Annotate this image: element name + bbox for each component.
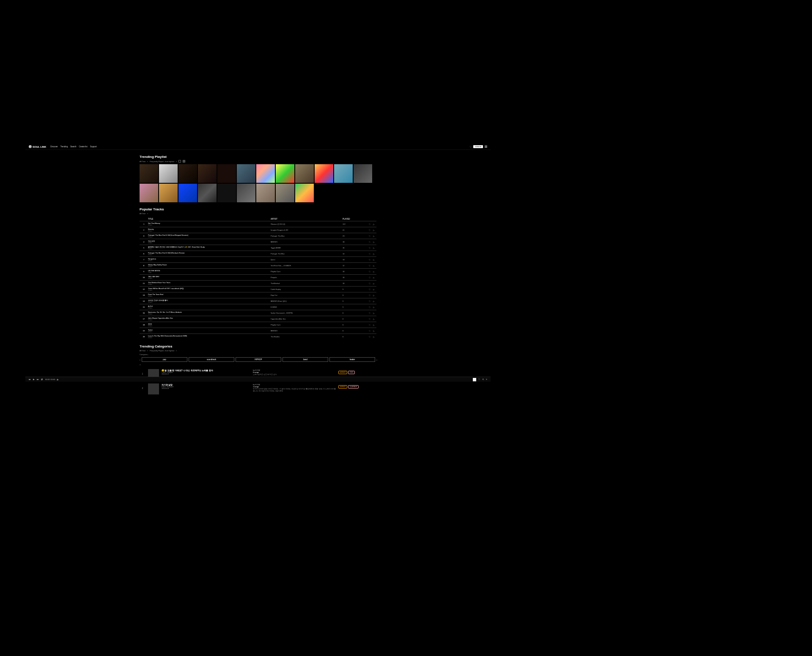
filter-frequency[interactable]: Frequently Played - from highest	[150, 160, 174, 163]
player-repeat-icon[interactable]: ⟲	[482, 378, 484, 380]
play-icon[interactable]: ▷	[373, 312, 375, 314]
cat-prev-icon[interactable]: ‹	[140, 358, 140, 361]
view-grid-icon[interactable]	[178, 160, 181, 163]
filter-all-time[interactable]: All Time	[140, 160, 145, 163]
play-icon[interactable]: ▷	[373, 306, 375, 309]
play-icon[interactable]: ▷	[373, 318, 375, 320]
table-row[interactable]: 4박소유명0 likesMEENOI18♡▷	[140, 239, 376, 245]
heart-icon[interactable]: ♡	[369, 265, 370, 267]
play-icon[interactable]: ▷	[373, 300, 375, 303]
play-icon[interactable]: ▷	[373, 276, 375, 279]
category-pill[interactable]: pop	[142, 357, 187, 362]
play-icon[interactable]: ▷	[373, 223, 375, 226]
playlist-tile[interactable]	[295, 164, 314, 183]
category-pill[interactable]: band	[283, 357, 328, 362]
filter-all-time-tracks[interactable]: All Time	[140, 212, 145, 215]
heart-icon[interactable]: ♡	[369, 318, 370, 320]
playlist-tile[interactable]	[198, 164, 217, 183]
heart-icon[interactable]: ♡	[369, 282, 370, 285]
play-icon[interactable]: ▷	[373, 336, 375, 338]
play-icon[interactable]: ▷	[373, 330, 375, 332]
playlist-tile[interactable]	[178, 184, 197, 202]
playlist-tile[interactable]	[198, 184, 217, 202]
heart-icon[interactable]: ♡	[369, 312, 370, 314]
player-prev-icon[interactable]: ⏮	[29, 378, 31, 380]
view-list-icon[interactable]	[183, 160, 185, 163]
play-icon[interactable]: ▷	[373, 282, 375, 285]
playlist-tile[interactable]	[140, 164, 158, 183]
table-row[interactable]: 11The Weeknd Save Your Tears0 likesTheWe…	[140, 280, 376, 286]
play-icon[interactable]: ▷	[373, 259, 375, 261]
playlist-tile[interactable]	[159, 184, 178, 202]
filter-all-time-cat[interactable]: All Time	[140, 350, 145, 352]
tag[interactable]: HIPHOP	[338, 371, 347, 374]
playlist-tile[interactable]	[217, 184, 236, 202]
table-row[interactable]: 7Gargantua0 likesQuinn13♡▷	[140, 256, 376, 262]
table-row[interactable]: 1Get That Money0 likesOkasian (오케이션)122♡…	[140, 221, 376, 227]
table-row[interactable]: 13Paint The Town Red0 likesDoja Cat9♡▷	[140, 292, 376, 298]
playlist-tile[interactable]	[140, 184, 158, 202]
play-icon[interactable]: ▷	[373, 253, 375, 255]
play-icon[interactable]: ▷	[373, 265, 375, 267]
play-icon[interactable]: ▷	[373, 241, 375, 243]
nav-search[interactable]: Search	[70, 146, 76, 148]
heart-icon[interactable]: ♡	[369, 306, 370, 309]
table-row[interactable]: 5[ASMR] 겨울의 포근한 그레이트홀에서 자습하기 ✨ 24/7, Gre…	[140, 245, 376, 251]
category-pill[interactable]: soundtrack	[189, 357, 234, 362]
heart-icon[interactable]: ♡	[369, 235, 370, 237]
sign-in-button[interactable]: SIGN IN	[473, 145, 483, 148]
table-row[interactable]: 6Portugal. The Man Feel It Still (Ofenba…	[140, 251, 376, 256]
play-icon[interactable]: ▷	[373, 324, 375, 326]
table-row[interactable]: 10TELL ME WHY0 likesPenpals10♡▷	[140, 274, 376, 280]
heart-icon[interactable]: ♡	[369, 247, 370, 249]
play-icon[interactable]: ▷	[373, 288, 375, 291]
heart-icon[interactable]: ♡	[369, 276, 370, 279]
table-row[interactable]: 20Lucy In The Sky With Diamonds (Remaste…	[140, 334, 376, 339]
player-play-icon[interactable]: ▶	[33, 378, 35, 380]
heart-icon[interactable]: ♡	[369, 336, 370, 338]
play-icon[interactable]: ▷	[373, 229, 375, 232]
heart-icon[interactable]: ♡	[369, 223, 370, 226]
notification-icon[interactable]: ♡	[469, 145, 472, 148]
player-shuffle-icon[interactable]: ⇄	[41, 378, 43, 380]
table-row[interactable]: 19Ticket0 likesMEENOI6♡▷	[140, 328, 376, 334]
table-row[interactable]: 1820240 likesPlayboi Carti6♡▷	[140, 322, 376, 328]
table-row[interactable]: 2Eternity0 likesImagine Dragons & JID41♡…	[140, 227, 376, 233]
play-icon[interactable]: ▷	[373, 235, 375, 237]
player-volume-icon[interactable]: 🔈	[57, 378, 59, 380]
heart-icon[interactable]: ♡	[369, 294, 370, 297]
heart-icon[interactable]: ♡	[369, 229, 370, 232]
playlist-tile[interactable]	[276, 184, 294, 202]
playlist-tile[interactable]	[178, 164, 197, 183]
table-row[interactable]: 15A-O-K0 likesE.SENS9♡▷	[140, 304, 376, 310]
playlist-tile[interactable]	[354, 164, 372, 183]
table-row[interactable]: 3Portugal. The Man Feel It Still (Live/S…	[140, 233, 376, 239]
playlist-tile[interactable]	[334, 164, 353, 183]
tag[interactable]: POP	[348, 371, 354, 374]
player-queue-icon[interactable]: ≡	[486, 378, 487, 380]
category-item[interactable]: 2자기관 실망0 likes · 46 played2024.01.04by 리…	[140, 383, 376, 394]
table-row[interactable]: 8Sheep May Safely Graze0 likesYeol Eum S…	[140, 262, 376, 268]
heart-icon[interactable]: ♡	[369, 324, 370, 326]
filter-frequency-cat[interactable]: Frequently Played - from highest	[150, 350, 174, 352]
nav-discover[interactable]: Discover	[50, 146, 58, 148]
playlist-tile[interactable]	[276, 164, 294, 183]
playlist-tile[interactable]	[237, 164, 255, 183]
brand-logo[interactable]: SOUL LINK	[29, 145, 46, 148]
heart-icon[interactable]: ♡	[369, 288, 370, 291]
player-like-icon[interactable]: ♡	[478, 378, 480, 380]
heart-icon[interactable]: ♡	[369, 259, 370, 261]
playlist-tile[interactable]	[217, 164, 236, 183]
table-row[interactable]: 9UR THE MOON1 likePlayboi Carti10♡▷	[140, 268, 376, 274]
tag[interactable]: HIPHOP	[338, 385, 347, 389]
nav-create-list[interactable]: Create list	[79, 146, 88, 148]
tag[interactable]: K-HIPHOP	[348, 385, 359, 389]
table-row[interactable]: 14우리집 고양이 츄르를 좋아0 likesMEENOI (Feat. 염따)…	[140, 298, 376, 304]
play-icon[interactable]: ▷	[373, 294, 375, 297]
playlist-tile[interactable]	[315, 164, 333, 183]
nav-trending[interactable]: Trending	[60, 146, 68, 148]
playlist-tile[interactable]	[256, 184, 275, 202]
playlist-tile[interactable]	[159, 164, 178, 183]
table-row[interactable]: 12There Will be Blood Full OST / soundtr…	[140, 286, 376, 292]
table-row[interactable]: 16Nocturnes, Op. 55: No. 1 in F Minor, A…	[140, 310, 376, 316]
